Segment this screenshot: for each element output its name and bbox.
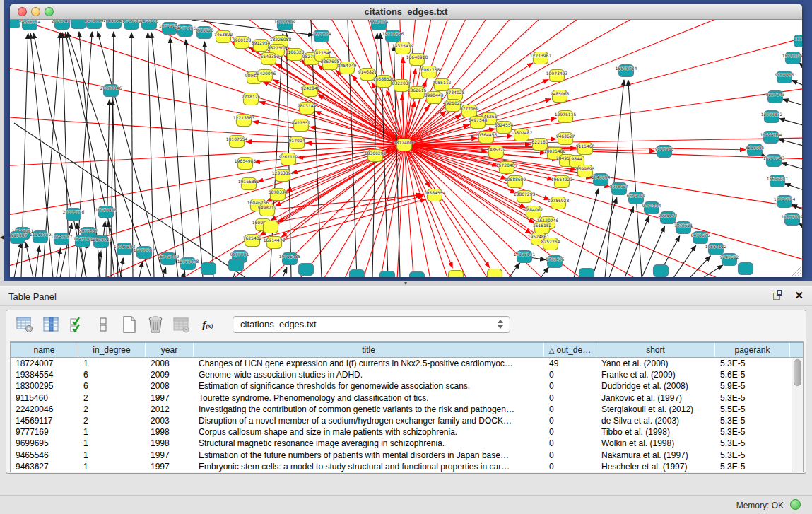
graph-node[interactable] xyxy=(380,271,395,278)
graph-node-label: 7625402 xyxy=(243,235,262,240)
column-header-name[interactable]: name xyxy=(11,343,78,357)
graph-node-label: 19384554 xyxy=(424,190,446,195)
graph-node-label: 8813054 xyxy=(370,20,389,24)
table-row[interactable]: 946362711997Embryonic stem cells: a mode… xyxy=(11,461,803,472)
graph-node[interactable] xyxy=(264,221,278,233)
graph-node-label: 7515526 xyxy=(195,28,214,33)
graph-node-label: 5878334 xyxy=(269,189,288,194)
table-panel-title: Table Panel xyxy=(8,291,57,302)
panel-splitter[interactable]: ▾ xyxy=(0,281,812,286)
new-table-icon[interactable] xyxy=(119,315,139,334)
graph-node-label: 11156869 xyxy=(30,232,52,237)
graph-edge-black xyxy=(99,221,105,277)
graph-node[interactable] xyxy=(201,263,216,275)
graph-edge-black xyxy=(783,99,802,106)
table-row[interactable]: 911546021997Tourette syndrome. Phenomeno… xyxy=(11,392,803,404)
graph-node-label: 10107554 xyxy=(226,136,248,141)
table-cell: 1 xyxy=(78,450,146,461)
table-row[interactable]: 946554611997Estimation of the future num… xyxy=(11,450,803,461)
delete-table-icon[interactable] xyxy=(146,315,165,334)
window-titlebar[interactable]: citations_edges.txt xyxy=(10,4,802,20)
graph-edge-black xyxy=(779,119,802,126)
graph-node-label: 9884067 xyxy=(524,207,543,212)
table-cell: Nakamura et al. (1997) xyxy=(596,450,715,461)
table-cell: 9699695 xyxy=(11,438,78,449)
resize-grip-icon[interactable] xyxy=(791,266,801,276)
table-scrollbar-thumb[interactable] xyxy=(794,359,801,386)
column-header-in_degree[interactable]: in_degree xyxy=(78,343,146,357)
graph-node-label: 7486322 xyxy=(487,147,506,152)
network-file-select[interactable]: citations_edges.txt xyxy=(233,316,510,333)
graph-node-label: 20206576 xyxy=(63,209,85,214)
column-header-out_de[interactable]: △out_de… xyxy=(544,343,596,357)
graph-node[interactable] xyxy=(71,20,86,29)
table-cell: 1997 xyxy=(146,450,194,461)
table-cell: Changes of HCN gene expression and I(f) … xyxy=(194,358,544,369)
graph-edge-black xyxy=(139,262,143,277)
collapse-panel-arrow-icon[interactable]: ◀ xyxy=(0,235,4,240)
graph-node-label: 18226058 xyxy=(270,37,292,42)
table-options-icon[interactable] xyxy=(15,315,35,334)
graph-node-label: 10807487 xyxy=(511,130,533,135)
table-row[interactable]: 1872400712008Changes of HCN gene express… xyxy=(11,358,803,369)
column-header-pagerank[interactable]: pagerank xyxy=(715,343,790,357)
select-columns-icon[interactable] xyxy=(41,315,61,334)
network-canvas[interactable]: 2435572420691406264371910653267152760264… xyxy=(10,20,802,277)
graph-edge-black xyxy=(792,80,802,86)
row-options-icon[interactable] xyxy=(93,315,113,334)
table-cell: 2012 xyxy=(146,404,194,415)
table-row[interactable]: 2242004622012Investigating the contribut… xyxy=(11,404,803,415)
table-cell: 2 xyxy=(78,404,146,415)
table-cell: 1 xyxy=(78,358,146,369)
column-header-year[interactable]: year xyxy=(146,343,194,357)
table-cell: Investigating the contribution of common… xyxy=(194,404,544,415)
graph-node[interactable] xyxy=(229,259,244,271)
table-row[interactable]: 1456911722003Disruption of a novel membe… xyxy=(11,415,803,426)
table-row[interactable]: 969969511998Structural magnetic resonanc… xyxy=(11,438,803,449)
graph-node[interactable] xyxy=(449,271,464,278)
table-row[interactable]: 977716911998Corpus callosum shape and si… xyxy=(11,426,803,438)
graph-node-label: 8454749 xyxy=(338,63,357,68)
float-panel-icon[interactable] xyxy=(773,290,784,301)
graph-edge-black xyxy=(628,80,642,277)
graph-edge-black xyxy=(348,20,357,277)
table-cell: 1998 xyxy=(146,426,194,438)
graph-node-label: 17957253 xyxy=(114,244,136,249)
splitter-handle-icon[interactable]: ▾ xyxy=(401,281,410,286)
table-cell: 5.3E-5 xyxy=(715,426,790,438)
graph-node[interactable] xyxy=(739,263,753,275)
column-header-short[interactable]: short xyxy=(596,343,715,357)
left-panel-edge: ◀ xyxy=(0,0,4,281)
table-cell: Yano et al. (2008) xyxy=(596,358,715,369)
graph-node[interactable] xyxy=(350,270,365,278)
graph-node-label: 8322037 xyxy=(392,81,411,86)
memory-status-indicator[interactable] xyxy=(790,499,801,510)
graph-node-label: 8186328 xyxy=(286,49,305,54)
column-header-title[interactable]: title xyxy=(194,343,544,357)
table-cell: 0 xyxy=(544,426,596,438)
graph-node[interactable] xyxy=(410,272,425,278)
table-cell: 5.3E-5 xyxy=(715,461,790,472)
graph-node-label: 7463822 xyxy=(214,32,233,37)
table-cell: 2008 xyxy=(146,358,194,369)
graph-edge-black xyxy=(120,258,123,277)
graph-node[interactable] xyxy=(488,269,502,278)
graph-node[interactable] xyxy=(654,265,669,277)
graph-edge-red xyxy=(10,145,404,171)
table-scrollbar[interactable] xyxy=(792,358,803,472)
table-cell: 5.9E-5 xyxy=(715,380,790,392)
graph-node[interactable] xyxy=(579,269,594,278)
graph-node[interactable] xyxy=(299,264,314,276)
graph-node-label: 14136141 xyxy=(514,252,536,257)
graph-node-label: 19654923 xyxy=(551,177,573,182)
function-builder-icon[interactable]: f(x) xyxy=(198,315,218,334)
graph-node-label: 16033809 xyxy=(274,20,296,24)
show-hide-checklist-icon[interactable] xyxy=(67,315,87,334)
graph-node-label: 16640910 xyxy=(406,54,428,59)
graph-edge-red xyxy=(318,145,404,277)
table-row[interactable]: 1938455462009Genome-wide association stu… xyxy=(11,369,803,380)
close-panel-icon[interactable]: ✕ xyxy=(794,290,804,301)
graph-node-label: 9498212 xyxy=(258,205,277,210)
graph-node-label: 24355724 xyxy=(19,20,41,24)
table-row[interactable]: 1830029562008Estimation of significance … xyxy=(11,380,803,392)
